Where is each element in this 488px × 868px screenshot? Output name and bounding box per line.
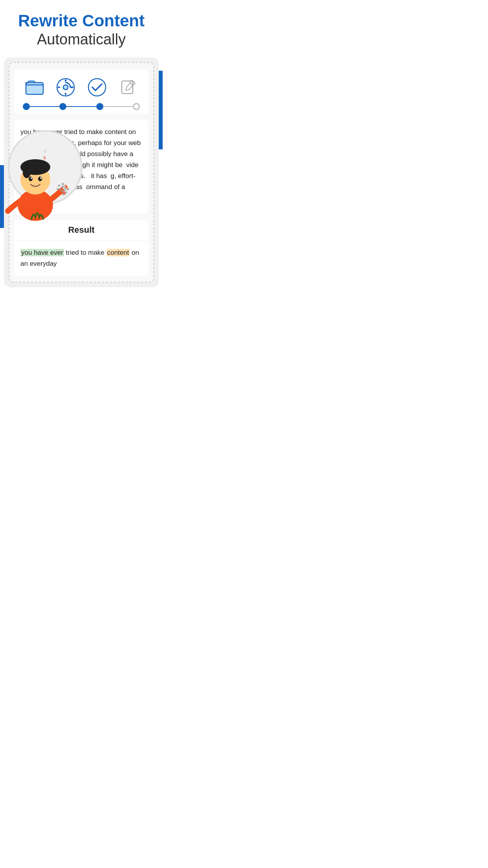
highlight-green-1: you have ever [20, 249, 64, 256]
svg-rect-4 [65, 93, 66, 95]
folder-icon [23, 75, 46, 99]
svg-rect-25 [64, 191, 67, 194]
svg-rect-0 [26, 83, 43, 94]
steps-dots [19, 103, 144, 110]
svg-rect-24 [57, 184, 60, 187]
svg-point-14 [38, 177, 42, 181]
floating-gear-icon [55, 181, 71, 199]
svg-point-16 [40, 177, 42, 179]
svg-point-13 [29, 177, 33, 181]
step-dot-2 [59, 103, 66, 110]
result-label: Result [68, 225, 94, 235]
svg-rect-5 [58, 86, 60, 88]
page-wrapper: Rewrite Content Automatically [0, 0, 163, 295]
svg-rect-22 [57, 188, 59, 190]
step-line-3 [103, 106, 133, 107]
page-title-dark: Automatically [8, 30, 155, 49]
result-section: Result you have ever tried to make conte… [14, 219, 149, 276]
check-icon [85, 75, 109, 99]
svg-point-15 [31, 177, 32, 179]
svg-point-7 [88, 79, 106, 96]
svg-point-12 [23, 167, 31, 178]
step-line-1 [30, 106, 59, 107]
step-dot-4 [133, 103, 140, 110]
header: Rewrite Content Automatically [0, 0, 163, 57]
svg-rect-3 [65, 79, 66, 82]
process-icon [54, 75, 77, 99]
character-illustration-wrapper [0, 130, 86, 224]
svg-point-2 [63, 85, 68, 90]
result-text: you have ever tried to make content on a… [20, 247, 142, 269]
result-text-area: you have ever tried to make content on a… [14, 241, 149, 276]
svg-rect-20 [62, 183, 64, 185]
step-dot-3 [96, 103, 103, 110]
step-line-2 [66, 106, 96, 107]
steps-container [14, 69, 149, 114]
edit-icon [116, 75, 140, 99]
step-dot-1 [23, 103, 30, 110]
svg-point-19 [61, 187, 65, 191]
svg-rect-21 [62, 193, 64, 195]
highlight-orange-1: content [106, 249, 130, 256]
steps-icons [19, 75, 144, 99]
page-title-blue: Rewrite Content [8, 12, 155, 30]
svg-rect-23 [67, 188, 69, 190]
